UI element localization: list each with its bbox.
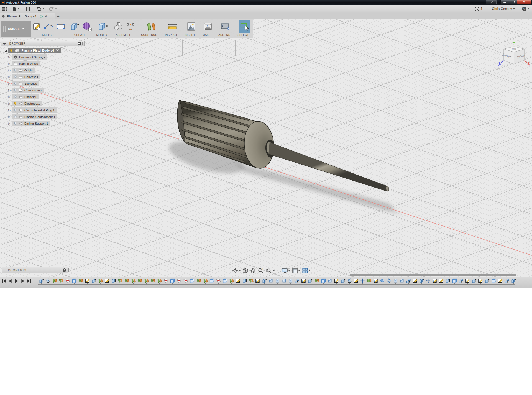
row-expand-icon[interactable]: ▷ xyxy=(8,115,12,118)
timeline-feature[interactable] xyxy=(451,278,458,285)
tab-close-icon[interactable]: ✕ xyxy=(45,15,47,18)
timeline-feature[interactable] xyxy=(150,278,156,285)
model-body[interactable] xyxy=(177,100,389,191)
row-label[interactable]: Named Views xyxy=(19,62,38,65)
timeline-feature[interactable] xyxy=(91,278,97,285)
row-expand-icon[interactable]: ▷ xyxy=(8,89,12,92)
root-component-name[interactable]: Plasma Pistol Body v4 xyxy=(21,49,54,52)
timeline-feature[interactable] xyxy=(372,278,379,285)
play-button[interactable] xyxy=(14,279,19,283)
visibility-bulb-icon[interactable] xyxy=(14,68,17,72)
row-expand-icon[interactable]: ▷ xyxy=(8,69,12,72)
browser-tree-row[interactable]: ▷ Named Views xyxy=(8,61,57,66)
new-body-icon[interactable] xyxy=(70,22,79,31)
timeline-feature[interactable] xyxy=(137,278,143,285)
timeline-feature[interactable] xyxy=(241,278,248,285)
select-tool-button[interactable] xyxy=(239,20,250,33)
timeline-feature[interactable] xyxy=(65,278,71,285)
create-menu[interactable]: CREATE xyxy=(74,34,88,37)
undo-caret[interactable] xyxy=(43,8,44,9)
timeline-feature[interactable] xyxy=(163,278,169,285)
file-menu-button[interactable] xyxy=(13,7,19,11)
timeline-feature[interactable] xyxy=(51,278,58,285)
timeline-feature[interactable] xyxy=(300,278,307,285)
row-expand-icon[interactable]: ▷ xyxy=(8,102,12,105)
visibility-bulb-icon[interactable] xyxy=(14,88,17,92)
new-component-icon[interactable] xyxy=(114,22,123,31)
user-account-button[interactable]: Chris Gensey xyxy=(492,7,515,11)
browser-tree-row[interactable]: ▷ Plasma Containment:1 xyxy=(8,114,57,119)
timeline-feature[interactable] xyxy=(71,278,78,285)
timeline-feature[interactable] xyxy=(143,278,150,285)
browser-tree-row[interactable]: ▷ Construction xyxy=(8,88,57,93)
timeline-feature[interactable] xyxy=(104,278,111,285)
pan-button[interactable] xyxy=(250,268,256,274)
new-tab-button[interactable]: + xyxy=(57,14,60,19)
measure-icon[interactable] xyxy=(167,22,177,31)
browser-header[interactable]: ◀◀ BROWSER xyxy=(1,41,85,46)
browser-tree-row[interactable]: ▷ Canvases xyxy=(8,74,57,79)
browser-tree-row[interactable]: ▷ Origin xyxy=(8,68,57,73)
timeline-scrollbar[interactable] xyxy=(350,274,516,276)
browser-tree-row[interactable]: ▷ Sketches xyxy=(8,81,57,86)
redo-button[interactable] xyxy=(49,7,57,11)
timeline-feature[interactable] xyxy=(228,278,235,285)
scripts-addins-icon[interactable]: >_ xyxy=(221,22,230,31)
construct-menu[interactable]: CONSTRUCT xyxy=(141,34,162,37)
joint-icon[interactable] xyxy=(126,22,135,31)
row-label[interactable]: Document Settings xyxy=(19,55,45,59)
timeline-feature[interactable] xyxy=(274,278,281,285)
go-to-end-button[interactable] xyxy=(27,279,31,283)
save-button[interactable] xyxy=(26,7,30,11)
timeline-feature[interactable] xyxy=(294,278,301,285)
browser-tree-row[interactable]: ▷ Emitter:1 xyxy=(8,94,57,99)
row-label[interactable]: Emitter Support:1 xyxy=(24,122,48,125)
row-expand-icon[interactable]: ▷ xyxy=(8,122,12,125)
visibility-bulb-icon[interactable] xyxy=(14,102,17,105)
row-label[interactable]: Circumferential Ring:1 xyxy=(24,109,55,112)
addins-menu[interactable]: ADD-INS xyxy=(218,34,233,37)
timeline-feature[interactable] xyxy=(255,278,261,285)
timeline-feature[interactable] xyxy=(477,278,484,285)
fit-caret[interactable] xyxy=(273,270,275,271)
document-tab[interactable]: Plasma Pi... Body v4* ✕ xyxy=(0,13,55,19)
timeline-feature[interactable] xyxy=(438,278,445,285)
visibility-bulb-icon[interactable] xyxy=(14,115,17,119)
timeline-feature[interactable] xyxy=(327,278,333,285)
timeline-feature[interactable] xyxy=(314,278,320,285)
browser-minimize-icon[interactable] xyxy=(78,42,81,45)
row-label[interactable]: Canvases xyxy=(24,75,38,79)
root-expand-icon[interactable]: ◢ xyxy=(4,49,7,52)
timeline-feature[interactable] xyxy=(268,278,274,285)
row-expand-icon[interactable]: ▷ xyxy=(8,109,12,112)
3d-print-icon[interactable] xyxy=(203,22,212,31)
row-expand-icon[interactable]: ▷ xyxy=(8,82,12,85)
display-settings-button[interactable] xyxy=(282,268,290,274)
timeline-feature[interactable] xyxy=(425,278,432,285)
browser-tree-row[interactable]: ▷ Emitter Support:1 xyxy=(8,121,57,126)
timeline-feature[interactable] xyxy=(78,278,84,285)
viewports-caret[interactable] xyxy=(309,270,310,271)
visibility-bulb-icon[interactable] xyxy=(14,75,17,79)
timeline-feature[interactable] xyxy=(307,278,314,285)
timeline-feature[interactable] xyxy=(405,278,412,285)
create-form-icon[interactable] xyxy=(82,22,92,31)
timeline-feature[interactable] xyxy=(97,278,104,285)
timeline-feature[interactable] xyxy=(333,278,340,285)
timeline-feature[interactable] xyxy=(84,278,91,285)
timeline-feature[interactable] xyxy=(156,278,163,285)
timeline-feature[interactable] xyxy=(235,278,242,285)
timeline-feature[interactable] xyxy=(490,278,497,285)
visibility-bulb-icon[interactable] xyxy=(14,82,17,85)
timeline-feature[interactable] xyxy=(366,278,373,285)
3d-viewport[interactable]: TOP FRONT RIGHT Y Z X xyxy=(0,19,532,277)
press-pull-icon[interactable] xyxy=(98,22,108,31)
activate-component-radio[interactable] xyxy=(56,49,59,52)
redo-caret[interactable] xyxy=(55,8,57,9)
timeline-feature[interactable] xyxy=(431,278,438,285)
comments-grip[interactable] xyxy=(68,268,69,272)
visibility-bulb-icon[interactable] xyxy=(14,122,17,125)
timeline-feature[interactable] xyxy=(497,278,504,285)
timeline-feature[interactable] xyxy=(399,278,405,285)
root-visibility-bulb-icon[interactable] xyxy=(9,49,13,52)
